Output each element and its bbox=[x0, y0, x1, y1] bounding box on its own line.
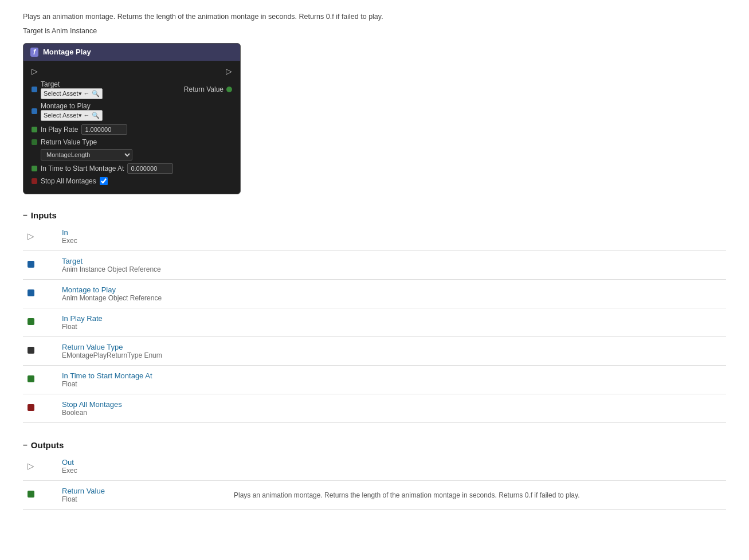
node-diagram: f Montage Play ▷ ▷ Target Select Asset▾ … bbox=[23, 43, 241, 194]
input-stopall-name: Stop All Montages bbox=[62, 400, 225, 409]
outputs-section-header: – Outputs bbox=[23, 440, 726, 452]
output-out-name: Out bbox=[62, 458, 225, 467]
input-montage-type: Anim Montage Object Reference bbox=[62, 294, 225, 302]
pin-intime bbox=[32, 166, 37, 171]
exec-out-arrow: ▷ bbox=[226, 66, 232, 76]
exec-icon-out: ▷ bbox=[28, 461, 34, 471]
node-select-row: MontageLength bbox=[23, 148, 240, 162]
montage-asset-select[interactable]: Select Asset▾ ← 🔍 bbox=[41, 110, 103, 121]
input-row-in: ▷ In Exec bbox=[23, 222, 726, 251]
node-header: f Montage Play bbox=[23, 44, 240, 61]
input-intime-name: In Time to Start Montage At bbox=[62, 371, 225, 380]
input-montage-name: Montage to Play bbox=[62, 285, 225, 294]
node-title: Montage Play bbox=[43, 48, 91, 56]
target-asset-select[interactable]: Select Asset▾ ← 🔍 bbox=[41, 88, 103, 99]
pin-montage bbox=[32, 108, 37, 114]
input-row-intime: In Time to Start Montage At Float bbox=[23, 365, 726, 394]
montage-label: Montage to Play bbox=[41, 102, 103, 110]
input-target-type: Anim Instance Object Reference bbox=[62, 265, 225, 273]
input-row-returntype: Return Value Type EMontagePlayReturnType… bbox=[23, 336, 726, 365]
inputs-section-header: – Inputs bbox=[23, 210, 726, 222]
green-sq-icon-playrate bbox=[28, 318, 34, 325]
inputs-title: Inputs bbox=[31, 210, 57, 220]
node-row-playrate: In Play Rate bbox=[23, 123, 240, 136]
input-in-name: In bbox=[62, 228, 225, 237]
returntype-label: Return Value Type bbox=[41, 138, 97, 146]
return-value-pin bbox=[226, 87, 232, 92]
input-stopall-type: Boolean bbox=[62, 409, 225, 417]
input-playrate-name: In Play Rate bbox=[62, 314, 225, 323]
blue-sq-icon-target bbox=[28, 261, 34, 268]
input-row-montage: Montage to Play Anim Montage Object Refe… bbox=[23, 279, 726, 308]
stopall-checkbox[interactable] bbox=[100, 177, 108, 185]
intime-label: In Time to Start Montage At bbox=[41, 165, 124, 173]
pin-stopall bbox=[32, 178, 37, 184]
pin-playrate bbox=[32, 127, 37, 132]
intime-input[interactable] bbox=[127, 163, 173, 174]
green-sq-icon-returnvalue bbox=[28, 491, 34, 498]
returntype-select[interactable]: MontageLength bbox=[41, 149, 132, 160]
input-row-stopall: Stop All Montages Boolean bbox=[23, 394, 726, 422]
node-row-intime: In Time to Start Montage At bbox=[23, 162, 240, 175]
playrate-label: In Play Rate bbox=[41, 126, 78, 134]
node-exec-row: ▷ ▷ bbox=[23, 65, 240, 79]
output-returnvalue-type: Float bbox=[62, 495, 225, 503]
main-description: Plays an animation montage. Returns the … bbox=[23, 11, 726, 22]
outputs-table: ▷ Out Exec Return Value Float Plays an a… bbox=[23, 452, 726, 510]
return-value-label: Return Value bbox=[184, 85, 223, 93]
pin-target bbox=[32, 87, 37, 92]
node-f-label: f bbox=[30, 48, 38, 57]
exec-in-arrow: ▷ bbox=[32, 66, 38, 76]
green-sq-icon-intime bbox=[28, 375, 34, 382]
output-row-returnvalue: Return Value Float Plays an animation mo… bbox=[23, 480, 726, 509]
input-playrate-type: Float bbox=[62, 323, 225, 331]
input-intime-type: Float bbox=[62, 380, 225, 388]
output-out-type: Exec bbox=[62, 467, 225, 475]
node-row-returntype: Return Value Type bbox=[23, 136, 240, 148]
target-label-node: Target bbox=[41, 80, 103, 88]
input-in-type: Exec bbox=[62, 237, 225, 245]
input-returntype-name: Return Value Type bbox=[62, 343, 225, 351]
output-row-out: ▷ Out Exec bbox=[23, 452, 726, 481]
output-returnvalue-name: Return Value bbox=[62, 487, 225, 495]
red-sq-icon-stopall bbox=[28, 404, 34, 411]
input-returntype-type: EMontagePlayReturnType Enum bbox=[62, 351, 225, 359]
output-returnvalue-desc: Plays an animation montage. Returns the … bbox=[234, 491, 579, 499]
input-row-target: Target Anim Instance Object Reference bbox=[23, 250, 726, 279]
stopall-label: Stop All Montages bbox=[41, 177, 96, 185]
node-row-stopall: Stop All Montages bbox=[23, 175, 240, 187]
input-row-playrate: In Play Rate Float bbox=[23, 308, 726, 336]
input-target-name: Target bbox=[62, 257, 225, 265]
outputs-title: Outputs bbox=[31, 440, 64, 450]
inputs-table: ▷ In Exec Target Anim Instance Object Re… bbox=[23, 222, 726, 423]
pin-returntype bbox=[32, 139, 37, 145]
blue-sq-icon-montage bbox=[28, 289, 34, 296]
node-row-montage: Montage to Play Select Asset▾ ← 🔍 bbox=[23, 100, 240, 123]
target-label: Target is Anim Instance bbox=[23, 27, 726, 35]
playrate-input[interactable] bbox=[81, 124, 127, 135]
exec-icon-in: ▷ bbox=[28, 231, 34, 241]
dark-sq-icon-returntype bbox=[28, 347, 34, 354]
